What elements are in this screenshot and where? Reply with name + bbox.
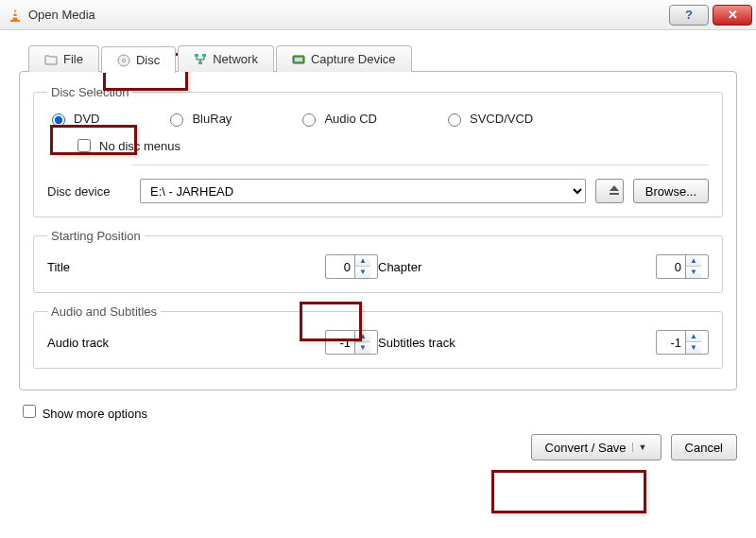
tab-file-label: File	[63, 52, 83, 66]
title-label: Title	[47, 260, 70, 274]
audio-track-spinbox[interactable]: ▲▼	[325, 330, 378, 355]
subs-up[interactable]: ▲	[686, 331, 701, 342]
title-down[interactable]: ▼	[355, 267, 370, 278]
help-button[interactable]: ?	[669, 5, 709, 26]
svg-rect-8	[198, 61, 202, 64]
dialog-footer: Show more options	[19, 396, 737, 426]
svg-rect-3	[13, 16, 18, 18]
audio-track-label: Audio track	[47, 336, 109, 350]
tab-network-label: Network	[213, 52, 258, 66]
audio-subtitles-legend: Audio and Subtitles	[47, 304, 161, 319]
svg-rect-1	[10, 20, 20, 22]
dropdown-caret-icon: ▼	[632, 443, 647, 452]
svg-rect-7	[202, 54, 206, 57]
subtitles-track-input[interactable]	[657, 336, 685, 350]
tab-panel-disc: Disc Selection DVD BluRay Audio CD SVCD/…	[19, 71, 737, 390]
tab-disc-label: Disc	[136, 53, 160, 67]
dialog-buttons: Convert / Save ▼ Cancel	[19, 434, 737, 460]
disc-icon	[117, 54, 130, 67]
tab-network[interactable]: Network	[178, 45, 274, 72]
chapter-down[interactable]: ▼	[686, 267, 701, 278]
chapter-up[interactable]: ▲	[686, 255, 701, 267]
subtitles-track-spinbox[interactable]: ▲▼	[656, 330, 709, 355]
browse-button[interactable]: Browse...	[633, 179, 709, 203]
radio-svcd[interactable]: SVCD/VCD	[443, 111, 533, 127]
audio-subtitles-group: Audio and Subtitles Audio track ▲▼ Subti…	[33, 304, 723, 369]
svg-rect-2	[13, 12, 17, 14]
disc-device-select[interactable]: E:\ - JARHEAD	[140, 179, 586, 203]
vlc-cone-icon	[8, 8, 23, 23]
svg-marker-0	[12, 9, 18, 21]
starting-position-row: Title ▲▼ Chapter ▲▼	[47, 254, 709, 279]
tab-file[interactable]: File	[28, 45, 99, 72]
audio-down[interactable]: ▼	[355, 342, 370, 354]
separator	[132, 165, 709, 165]
tab-strip: File Disc Network Capture Device	[28, 45, 737, 72]
starting-position-legend: Starting Position	[47, 229, 145, 243]
chapter-spinbox[interactable]: ▲▼	[656, 254, 709, 279]
disc-device-row: Disc device E:\ - JARHEAD Browse...	[47, 179, 709, 203]
svg-rect-6	[195, 54, 198, 57]
cancel-button[interactable]: Cancel	[671, 434, 737, 460]
title-spinbox[interactable]: ▲▼	[325, 254, 378, 279]
disc-selection-legend: Disc Selection	[47, 85, 132, 99]
dialog-body: File Disc Network Capture Device Disc Se…	[0, 30, 756, 474]
network-icon	[194, 53, 207, 66]
disc-type-row: DVD BluRay Audio CD SVCD/VCD	[47, 111, 709, 127]
close-button[interactable]: ✕	[713, 5, 752, 26]
audio-track-input[interactable]	[326, 336, 354, 350]
tab-capture-label: Capture Device	[311, 52, 396, 66]
tab-disc[interactable]: Disc	[101, 46, 176, 73]
chapter-input[interactable]	[657, 260, 685, 274]
titlebar: Open Media ? ✕	[0, 0, 756, 30]
subs-down[interactable]: ▼	[686, 342, 701, 354]
audio-subtitles-row: Audio track ▲▼ Subtitles track ▲▼	[47, 330, 709, 355]
eject-icon	[608, 183, 621, 197]
title-up[interactable]: ▲	[355, 255, 370, 267]
svg-marker-11	[610, 185, 619, 191]
radio-bluray[interactable]: BluRay	[165, 111, 232, 127]
audio-up[interactable]: ▲	[355, 331, 370, 342]
radio-dvd[interactable]: DVD	[47, 111, 99, 127]
convert-save-button[interactable]: Convert / Save ▼	[531, 434, 662, 460]
checkbox-no-disc-menus[interactable]: No disc menus	[74, 136, 709, 155]
disc-selection-group: Disc Selection DVD BluRay Audio CD SVCD/…	[33, 85, 723, 217]
tab-capture[interactable]: Capture Device	[276, 45, 412, 72]
annotation-highlight	[491, 470, 646, 513]
subtitles-track-label: Subtitles track	[378, 336, 455, 350]
capture-icon	[292, 53, 305, 66]
radio-audiocd[interactable]: Audio CD	[298, 111, 377, 127]
no-disc-menus-row: No disc menus	[74, 136, 709, 155]
svg-rect-10	[295, 58, 302, 61]
folder-icon	[44, 53, 58, 66]
svg-rect-12	[610, 193, 619, 195]
starting-position-group: Starting Position Title ▲▼ Chapter ▲▼	[33, 229, 723, 293]
eject-button[interactable]	[595, 179, 624, 203]
window-title: Open Media	[28, 8, 665, 22]
checkbox-show-more-options[interactable]: Show more options	[19, 402, 147, 421]
chapter-label: Chapter	[378, 260, 421, 274]
svg-point-5	[122, 59, 125, 61]
title-input[interactable]	[326, 260, 354, 274]
disc-device-label: Disc device	[47, 184, 130, 199]
